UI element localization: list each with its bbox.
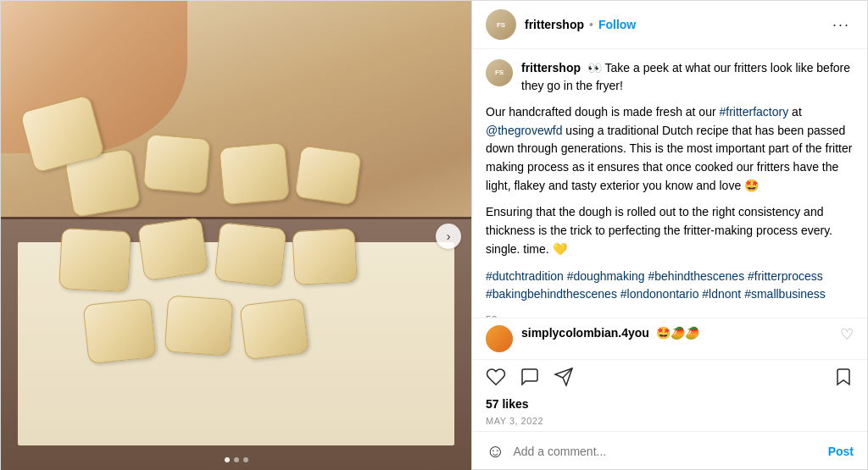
hashtag-ldnont[interactable]: #ldnont <box>702 287 741 301</box>
dot-3 <box>243 457 248 462</box>
fritter-11 <box>239 298 309 361</box>
post-photo <box>1 1 471 470</box>
post-date: MAY 3, 2022 <box>472 414 867 431</box>
content-panel: FS frittershop • Follow ··· FS frittersh… <box>471 1 867 470</box>
avatar-image: FS <box>486 9 516 40</box>
fritter-2 <box>142 134 210 194</box>
comment-text: 🤩🥭🥭 <box>656 326 699 340</box>
fritter-10 <box>164 295 233 356</box>
hashtag-bakingbehindthescenes[interactable]: #bakingbehindthescenes <box>486 287 617 301</box>
caption-header: FS frittershop 👀 Take a peek at what our… <box>486 59 854 95</box>
fritter-6 <box>137 217 209 281</box>
image-panel: › <box>1 1 471 470</box>
comment-input[interactable] <box>513 445 819 458</box>
comment-avatar <box>486 325 513 352</box>
carousel-dots <box>225 457 248 462</box>
hashtag-londonontario[interactable]: #londonontario <box>620 287 699 301</box>
comment-button[interactable] <box>520 367 540 387</box>
mention-thegrovewfd[interactable]: @thegrovewfd <box>486 124 562 137</box>
fritter-7 <box>214 222 287 287</box>
dot-2 <box>234 457 239 462</box>
hashtag-behindthescenes[interactable]: #behindthescenes <box>648 269 744 283</box>
header-username[interactable]: frittershop <box>525 18 584 31</box>
caption-avatar: FS <box>486 59 513 86</box>
actions-bar <box>472 359 867 394</box>
caption-hashtags: #dutchtradition #doughmaking #behindthes… <box>486 268 854 304</box>
follow-button[interactable]: Follow <box>598 18 636 31</box>
post-comment-button[interactable]: Post <box>828 445 854 458</box>
fritter-9 <box>83 298 157 364</box>
bookmark-button[interactable] <box>833 367 854 387</box>
caption-text-block: frittershop 👀 Take a peek at what our fr… <box>521 59 854 95</box>
caption-body: Our handcrafted dough is made fresh at o… <box>486 103 854 318</box>
comment-heart-icon[interactable]: ♡ <box>840 325 854 344</box>
hashtag-smallbusiness[interactable]: #smallbusiness <box>744 287 826 301</box>
caption-username[interactable]: frittershop <box>521 61 581 75</box>
hashtag-fritterfactory[interactable]: #fritterfactory <box>720 105 789 119</box>
fritter-5 <box>58 228 131 292</box>
fritter-3 <box>219 142 290 206</box>
header-separator: • <box>589 18 593 31</box>
comment-username[interactable]: simplycolombian.4you <box>521 326 649 340</box>
more-options-button[interactable]: ··· <box>829 16 854 34</box>
next-arrow[interactable]: › <box>436 224 461 249</box>
add-comment-row: ☺ Post <box>472 431 867 470</box>
comment-row: simplycolombian.4you 🤩🥭🥭 ♡ <box>472 318 867 359</box>
post-header: FS frittershop • Follow ··· <box>472 1 867 49</box>
fritter-8 <box>292 228 357 285</box>
dot-1 <box>225 457 230 462</box>
comment-content: simplycolombian.4you 🤩🥭🥭 <box>521 325 832 340</box>
share-button[interactable] <box>554 367 574 387</box>
emoji-picker-button[interactable]: ☺ <box>486 440 504 462</box>
caption-paragraph2: Ensuring that the dough is rolled out to… <box>486 203 854 258</box>
caption-paragraph1: Our handcrafted dough is made fresh at o… <box>486 103 854 195</box>
fritter-4 <box>294 145 362 205</box>
hashtag-fritterprocess[interactable]: #fritterprocess <box>748 269 823 283</box>
caption-area: FS frittershop 👀 Take a peek at what our… <box>472 49 867 318</box>
avatar: FS <box>486 9 516 40</box>
post-container: › FS frittershop • Follow ··· <box>0 0 868 470</box>
hashtag-dutchtradition[interactable]: #dutchtradition <box>486 269 564 283</box>
header-info: frittershop • Follow <box>525 18 829 31</box>
hashtag-doughmaking[interactable]: #doughmaking <box>567 269 645 283</box>
heart-button[interactable] <box>486 367 506 387</box>
likes-count: 57 likes <box>472 394 867 414</box>
